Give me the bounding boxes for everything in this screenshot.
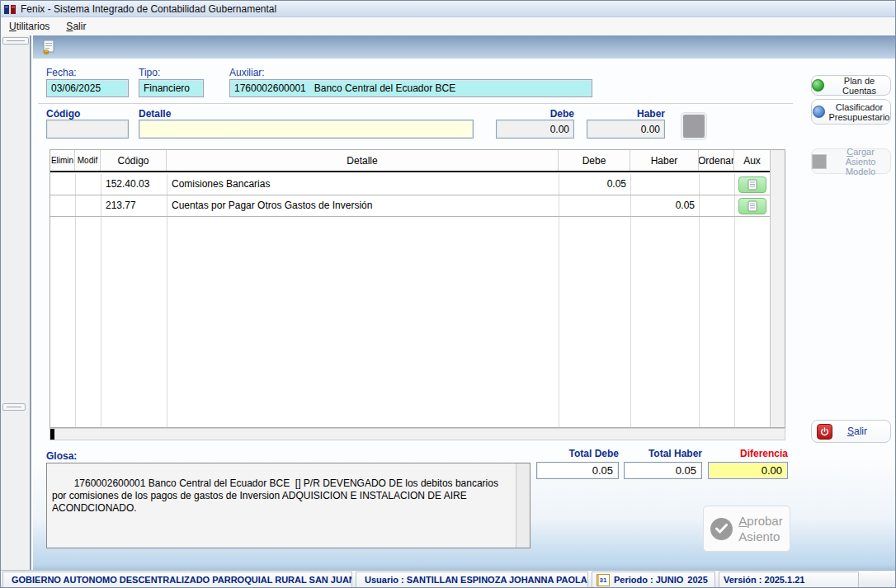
status-version-panel: Versión : 2025.1.21 <box>719 572 859 588</box>
new-entry-document-icon[interactable] <box>40 38 58 56</box>
splitter-handle-bottom[interactable] <box>2 403 26 411</box>
codigo-input[interactable] <box>46 120 129 139</box>
blue-sphere-icon <box>813 106 825 118</box>
cargar-asiento-modelo-button[interactable]: Cargar AsientoModelo <box>811 148 891 174</box>
haber-label: Haber <box>587 108 665 120</box>
glosa-label: Glosa: <box>46 450 77 462</box>
aprobar-asiento-button[interactable]: AprobarAsiento <box>703 506 790 552</box>
status-entity-panel: GOBIERNO AUTONOMO DESCENTRALIZADO PARROQ… <box>2 572 352 588</box>
status-bar: GOBIERNO AUTONOMO DESCENTRALIZADO PARROQ… <box>1 570 896 588</box>
col-header-codigo[interactable]: Código <box>101 150 167 171</box>
splitter-handle-top[interactable] <box>2 37 29 45</box>
period-year: 2025 <box>687 575 710 585</box>
scrollbar-thumb[interactable] <box>50 429 54 440</box>
app-icon <box>3 2 17 16</box>
toolbar <box>33 35 896 59</box>
main-area: Fecha: Tipo: Auxiliar: Código Detalle De… <box>33 35 896 570</box>
col-header-elimin[interactable]: Elimin <box>50 150 75 171</box>
entries-grid: Elimin Modif Código Detalle Debe Haber O… <box>50 149 785 428</box>
cell-detalle: Cuentas por Pagar Otros Gastos de Invers… <box>167 195 559 217</box>
col-header-aux[interactable]: Aux <box>734 150 770 171</box>
menu-utilitarios[interactable]: Utilitarios <box>1 18 58 35</box>
grid-body: 152.40.03 Comisiones Bancarias 0.05 <box>50 174 770 427</box>
period-text: Periodo : JUNIO <box>614 575 683 585</box>
left-collapsed-panel <box>1 35 31 570</box>
clasificador-presupuestario-button[interactable]: ClasificadorPresupuestario <box>811 99 891 125</box>
fecha-label: Fecha: <box>46 67 77 78</box>
menu-bar: Utilitarios Salir <box>1 17 896 35</box>
detalle-label: Detalle <box>139 108 171 120</box>
cell-debe <box>559 195 630 217</box>
version-text: Versión : 2025.1.21 <box>724 575 804 585</box>
cell-debe: 0.05 <box>559 174 630 195</box>
debe-input[interactable] <box>496 120 574 139</box>
grid-header-row: Elimin Modif Código Detalle Debe Haber O… <box>50 150 770 172</box>
app-window: Fenix - Sistema Integrado de Contabilida… <box>0 0 896 588</box>
status-user-panel: Usuario : SANTILLAN ESPINOZA JOHANNA PAO… <box>356 572 588 588</box>
note-icon <box>747 200 757 212</box>
col-header-debe[interactable]: Debe <box>559 150 630 171</box>
add-line-button[interactable] <box>681 113 706 139</box>
total-haber-field: 0.05 <box>624 462 702 479</box>
glosa-textarea[interactable]: 1760002600001 Banco Central del Ecuador … <box>46 463 531 548</box>
check-icon <box>710 518 733 540</box>
col-header-detalle[interactable]: Detalle <box>167 150 559 171</box>
tipo-label: Tipo: <box>139 67 160 78</box>
diferencia-label: Diferencia <box>708 448 788 459</box>
cell-codigo: 152.40.03 <box>101 174 167 195</box>
tipo-input[interactable] <box>139 79 204 97</box>
haber-input[interactable] <box>587 120 665 139</box>
grid-horizontal-scrollbar[interactable] <box>50 428 785 440</box>
menu-salir[interactable]: Salir <box>58 18 94 35</box>
aux-detail-button[interactable] <box>738 198 766 214</box>
plan-de-cuentas-button[interactable]: Plan de Cuentas <box>811 75 891 96</box>
fecha-input[interactable] <box>46 79 129 97</box>
cell-codigo: 213.77 <box>101 195 167 217</box>
detalle-input[interactable] <box>139 120 474 139</box>
codigo-label: Código <box>46 108 80 120</box>
grid-vertical-scrollbar[interactable] <box>770 150 785 427</box>
auxiliar-input[interactable] <box>229 79 592 97</box>
cell-detalle: Comisiones Bancarias <box>167 174 559 195</box>
calendar-icon: 31 <box>597 574 610 586</box>
entity-name: GOBIERNO AUTONOMO DESCENTRALIZADO PARROQ… <box>12 575 352 585</box>
gray-square-icon <box>812 154 827 169</box>
total-debe-label: Total Debe <box>536 448 619 459</box>
user-name: Usuario : SANTILLAN ESPINOZA JOHANNA PAO… <box>365 575 587 585</box>
green-sphere-icon <box>812 79 824 92</box>
glosa-scrollbar[interactable] <box>516 463 530 548</box>
table-row[interactable]: 213.77 Cuentas por Pagar Otros Gastos de… <box>50 195 770 217</box>
salir-button[interactable]: Salir <box>811 420 891 443</box>
cell-haber <box>630 174 699 195</box>
cell-haber: 0.05 <box>630 195 699 217</box>
debe-label: Debe <box>496 108 574 120</box>
power-icon <box>817 424 832 440</box>
cell-ordenar <box>699 174 734 195</box>
col-header-haber[interactable]: Haber <box>630 150 699 171</box>
form-panel: Fecha: Tipo: Auxiliar: Código Detalle De… <box>33 59 896 570</box>
window-title: Fenix - Sistema Integrado de Contabilida… <box>21 3 276 15</box>
note-icon <box>747 179 757 191</box>
aux-detail-button[interactable] <box>738 176 766 193</box>
total-debe-field: 0.05 <box>536 462 619 479</box>
diferencia-field: 0.00 <box>708 462 788 479</box>
title-bar: Fenix - Sistema Integrado de Contabilida… <box>1 1 896 17</box>
cell-ordenar <box>699 195 734 217</box>
auxiliar-label: Auxiliar: <box>229 67 265 78</box>
col-header-modif[interactable]: Modif <box>75 150 101 171</box>
col-header-ordenar[interactable]: Ordenar <box>699 150 734 171</box>
table-row[interactable]: 152.40.03 Comisiones Bancarias 0.05 <box>50 174 770 195</box>
status-period-panel: 31 Periodo : JUNIO 2025 <box>592 572 715 588</box>
total-haber-label: Total Haber <box>624 448 702 459</box>
separator-line <box>38 103 793 105</box>
